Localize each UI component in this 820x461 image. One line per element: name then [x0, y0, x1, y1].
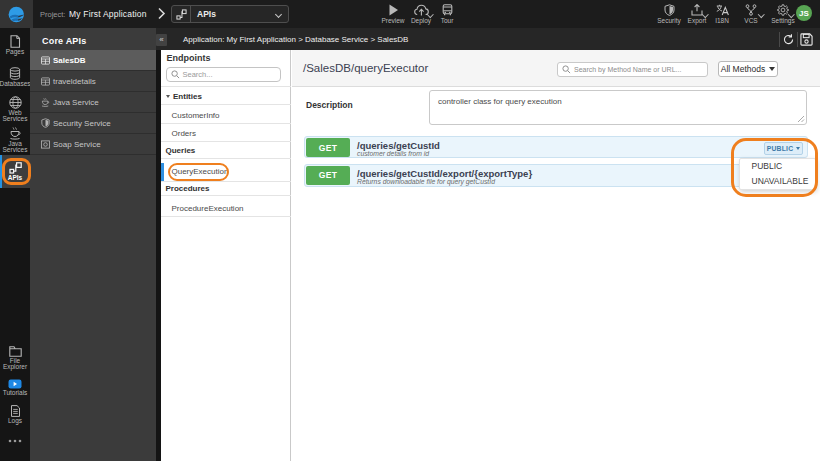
logs-icon — [10, 405, 21, 417]
group-entities[interactable]: Entities — [161, 89, 291, 104]
menu-item-unavailable[interactable]: UNAVAILABLE — [740, 174, 815, 189]
translate-icon — [716, 4, 729, 16]
vcs-caret-icon[interactable] — [758, 11, 764, 17]
sidebar-item-web-services[interactable]: Web Services — [0, 96, 30, 122]
group-label: Procedures — [166, 184, 210, 193]
preview-button[interactable]: Preview — [382, 0, 404, 28]
user-avatar[interactable]: JS — [796, 5, 812, 21]
sidebar-item-file-explorer[interactable]: File Explorer — [0, 346, 30, 370]
method-badge-get: GET — [306, 138, 350, 157]
sidebar-item-pages[interactable]: Pages — [0, 35, 30, 55]
service-item-traveldetails[interactable]: traveldetails — [30, 71, 156, 92]
service-item-java-service[interactable]: Java Service — [30, 92, 156, 113]
action-label: Export — [688, 17, 707, 24]
action-label: Settings — [771, 17, 795, 24]
coffee-icon — [9, 127, 22, 140]
endpoint-label: ProcedureExecution — [172, 204, 244, 213]
service-item-salesdb[interactable]: SalesDB — [30, 50, 156, 71]
shield-icon — [664, 4, 675, 16]
access-dropdown-menu: PUBLIC UNAVAILABLE — [739, 158, 816, 190]
bus-icon — [442, 4, 453, 16]
access-label: PUBLIC — [767, 145, 794, 152]
service-item-security-service[interactable]: Security Service — [30, 113, 156, 134]
ellipsis-icon — [8, 439, 22, 443]
endpoint-summary: Returns downloadable file for query getC… — [357, 178, 495, 185]
project-label: Project: — [40, 0, 65, 28]
endpoints-search-input[interactable]: Search... — [166, 67, 281, 82]
wavemaker-logo-icon — [8, 6, 25, 23]
apis-icon — [9, 162, 22, 174]
caret-down-icon — [796, 147, 800, 150]
access-select[interactable]: PUBLIC — [764, 142, 803, 155]
all-methods-dropdown[interactable]: All Methods — [718, 61, 778, 77]
breadcrumb: Application: My First Application > Data… — [183, 28, 408, 50]
endpoint-item-procedureexecution[interactable]: ProcedureExecution — [161, 201, 291, 216]
panel-title: Core APIs — [42, 36, 86, 46]
sidebar-item-apis[interactable]: APIs — [0, 162, 30, 180]
coffee-icon — [41, 98, 50, 107]
resize-handle-icon[interactable] — [797, 115, 805, 123]
database-icon — [9, 67, 21, 80]
menu-item-public[interactable]: PUBLIC — [740, 159, 815, 174]
search-placeholder: Search... — [183, 70, 213, 79]
main-content: /SalesDB/queryExecutor Search by Method … — [292, 50, 820, 461]
endpoint-item-queryexecution[interactable]: QueryExecution — [161, 162, 291, 181]
search-placeholder: Search by Method Name or URL... — [574, 66, 681, 73]
action-label: VCS — [744, 17, 757, 24]
action-label: Tour — [441, 17, 454, 24]
description-label: Description — [306, 100, 353, 110]
action-label: I18N — [715, 17, 729, 24]
core-apis-panel: Core APIs SalesDB traveldetails — [30, 28, 156, 461]
api-endpoint-row[interactable]: GET /queries/getCustId/export/{exportTyp… — [304, 164, 808, 187]
breadcrumb-bar: « Application: My First Application > Da… — [156, 28, 820, 50]
video-tutorials-icon — [8, 379, 22, 389]
separator — [779, 32, 780, 47]
rail-item-label: Logs — [8, 418, 22, 424]
branch-icon — [745, 4, 757, 16]
endpoint-item-orders[interactable]: Orders — [161, 126, 291, 141]
service-label: Soap Service — [53, 140, 101, 149]
group-procedures[interactable]: Procedures — [161, 181, 291, 196]
group-queries[interactable]: Queries — [161, 143, 291, 158]
method-label: GET — [319, 143, 337, 153]
sidebar-item-java-services[interactable]: Java Services — [0, 127, 30, 153]
method-search-input[interactable]: Search by Method Name or URL... — [557, 62, 708, 77]
rail-more-button[interactable] — [0, 439, 30, 443]
refresh-icon[interactable] — [782, 33, 795, 46]
sidebar-item-tutorials[interactable]: Tutorials — [0, 379, 30, 396]
service-item-soap-service[interactable]: Soap Service — [30, 134, 156, 155]
action-label: Deploy — [411, 17, 431, 24]
group-label: Queries — [166, 146, 196, 155]
action-label: Preview — [381, 17, 404, 24]
caret-down-icon — [769, 67, 775, 71]
page-title: /SalesDB/queryExecutor — [303, 62, 428, 74]
resource-type-select[interactable]: APIs — [171, 5, 289, 23]
sidebar-item-logs[interactable]: Logs — [0, 405, 30, 424]
endpoint-label: Orders — [172, 129, 196, 138]
sidebar-item-databases[interactable]: Databases — [0, 67, 30, 87]
endpoint-item-customerinfo[interactable]: CustomerInfo — [161, 108, 291, 123]
db-table-icon — [41, 77, 50, 86]
save-icon[interactable] — [800, 33, 813, 46]
main-header: /SalesDB/queryExecutor Search by Method … — [292, 50, 820, 87]
api-endpoint-row[interactable]: GET /queries/getCustId customer details … — [304, 136, 808, 158]
service-label: Java Service — [53, 98, 99, 107]
divider — [161, 123, 291, 124]
api-icon — [172, 6, 191, 22]
endpoint-label: CustomerInfo — [172, 111, 220, 120]
tour-button[interactable]: Tour — [437, 0, 457, 28]
search-icon — [171, 70, 180, 79]
rail-item-label: Services — [3, 116, 28, 122]
service-label: Security Service — [53, 119, 111, 128]
selected-indicator — [161, 163, 164, 181]
i18n-button[interactable]: I18N — [711, 0, 733, 28]
top-bar: Project: My First Application APIs Previ… — [0, 0, 820, 28]
collapse-panel-button[interactable]: « — [156, 34, 167, 46]
search-icon — [562, 65, 571, 74]
app-logo[interactable] — [0, 0, 33, 28]
divider — [161, 216, 291, 217]
description-textarea[interactable]: controller class for query execution — [429, 90, 807, 125]
chevron-down-icon — [275, 11, 282, 18]
security-button[interactable]: Security — [654, 0, 684, 28]
methods-filter-label: All Methods — [721, 64, 765, 74]
